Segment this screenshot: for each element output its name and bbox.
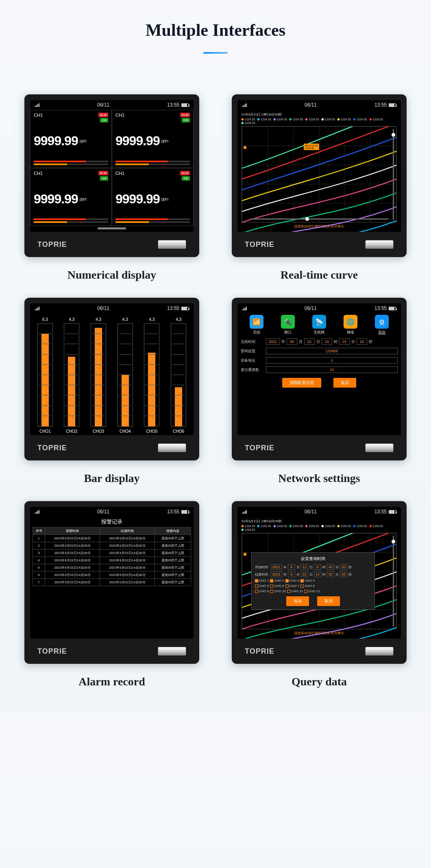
channel-checkbox[interactable]: CHO 3: [285, 579, 299, 582]
time-field[interactable]: 2021: [271, 564, 282, 570]
month-field[interactable]: 06: [287, 338, 297, 345]
time-field[interactable]: 9: [314, 564, 321, 570]
back-button[interactable]: 返回: [333, 378, 356, 388]
signal-icon: [35, 103, 39, 107]
password-field[interactable]: 123456: [266, 348, 398, 354]
channel-checkbox[interactable]: CHO 5: [255, 584, 269, 588]
addr-field[interactable]: 1: [266, 357, 398, 364]
horizontal-slider[interactable]: [250, 218, 388, 220]
bar-value: 6.3: [42, 317, 48, 322]
channel-checkbox[interactable]: CHO 7: [285, 584, 299, 588]
settings-tab[interactable]: 🔌 网口: [281, 315, 295, 335]
end-label: 结束时间: [255, 572, 270, 577]
channel-checkbox[interactable]: CHO 6: [270, 584, 284, 588]
min-field[interactable]: 15: [339, 338, 350, 345]
table-row[interactable]: 32021年6月22日14点30分2021年6月22日14点30分通道05高于上…: [33, 550, 191, 557]
time-field[interactable]: 14: [314, 571, 321, 577]
time-field[interactable]: 40: [327, 564, 334, 570]
hour-field[interactable]: 15: [322, 338, 332, 345]
bar-channel[interactable]: 4.3 CHO5: [141, 317, 162, 434]
legend-item: 1234.55: [322, 525, 335, 528]
battery-icon: [389, 307, 396, 310]
legend-item: 1234.55: [370, 118, 383, 121]
cancel-button[interactable]: 取消: [317, 596, 340, 606]
channel-cell[interactable]: CH1 ALMOK 9999.99ppm: [30, 110, 112, 168]
channel-checkbox[interactable]: CHO 12: [304, 589, 320, 593]
caption-alarm: Alarm record: [78, 675, 145, 688]
chan-field[interactable]: 12: [266, 366, 398, 373]
curve-timestamp: 21年6月21日 19时34分55秒: [242, 519, 397, 523]
sec-field[interactable]: 15: [357, 338, 367, 345]
page-title: Multiple Interfaces: [8, 20, 423, 40]
settings-tab[interactable]: 📶 无线: [250, 315, 263, 335]
time-field[interactable]: 2021: [271, 571, 282, 577]
vertical-slider[interactable]: [393, 536, 394, 626]
channel-name: CH1: [34, 113, 43, 122]
channel-cell[interactable]: CH1 ALMOK 9999.99ppm: [30, 168, 112, 226]
bar-channel[interactable]: 4.3 CHO2: [61, 317, 82, 434]
curve-tag: 06-14 11:251215.68: [304, 144, 319, 150]
day-field[interactable]: 22: [304, 338, 315, 345]
legend-item: 1234.55: [257, 118, 271, 121]
settings-tab[interactable]: ⚙ 系统: [375, 315, 389, 335]
channel-checkbox[interactable]: CHO 4: [300, 579, 314, 582]
curve-timestamp: 21年6月21日 19时34分55秒: [242, 112, 397, 117]
time-field[interactable]: 6: [288, 564, 295, 570]
tab-icon: ⚙: [375, 315, 389, 329]
channel-checkbox[interactable]: CHO 8: [300, 584, 314, 588]
table-row[interactable]: 72021年6月22日14点30分2021年6月22日14点30分通道05高于上…: [33, 579, 191, 586]
tab-icon: 🌐: [344, 315, 357, 329]
time-field[interactable]: 6: [288, 571, 295, 577]
tab-icon: 📶: [250, 315, 263, 329]
channel-checkbox[interactable]: CHO 10: [270, 589, 286, 593]
table-row[interactable]: 22021年6月22日14点30分2021年6月22日14点30分通道05高于上…: [33, 542, 191, 550]
time-field[interactable]: 12: [301, 564, 308, 570]
save-button[interactable]: 保存: [286, 596, 309, 606]
channel-checkbox[interactable]: CHO 1: [255, 579, 269, 582]
status-date: 06/11: [97, 509, 109, 515]
bar-label: CHO6: [173, 429, 184, 434]
channel-checkbox[interactable]: CHO 2: [270, 579, 284, 582]
channel-cell[interactable]: CH1 ALMOK 9999.99ppm: [112, 168, 194, 226]
table-row[interactable]: 42021年6月22日14点30分2021年6月22日14点30分通道05高于上…: [33, 557, 191, 564]
time-field[interactable]: 20: [340, 564, 347, 570]
time-field[interactable]: 26: [340, 571, 347, 577]
time-field[interactable]: 30: [327, 571, 334, 577]
bar-channel[interactable]: 4.3 CHO3: [88, 317, 109, 434]
legend-item: 1234.55: [305, 118, 319, 121]
signal-icon: [242, 103, 247, 107]
legend-item: 1234.55: [353, 525, 367, 528]
signal-icon: [242, 510, 247, 514]
alm-badge: ALM: [180, 171, 190, 175]
home-indicator: [98, 227, 126, 229]
table-row[interactable]: 62021年6月22日14点30分2021年6月22日14点30分通道05高于上…: [33, 571, 191, 579]
table-row[interactable]: 12021年6月22日14点30分2021年6月22日14点30分通道05高于上…: [33, 535, 191, 542]
battery-icon: [181, 307, 189, 310]
channel-checkbox[interactable]: CHO 9: [255, 589, 269, 593]
year-field[interactable]: 2021: [266, 338, 280, 345]
curve-chart[interactable]: 边线有自动生成时间刻度 06-14 11:251215.68: [242, 126, 397, 222]
legend-item: 1234.55: [274, 525, 287, 528]
alm-badge: ALM: [98, 113, 108, 117]
title-divider: [203, 52, 228, 54]
usb-port: [365, 443, 394, 452]
device-numerical: 06/11 13:55 CH1 ALMOK 9999.99ppm CH1 ALM…: [24, 94, 199, 257]
table-row[interactable]: 52021年6月22日14点30分2021年6月22日14点30分通道05高于上…: [33, 564, 191, 571]
bar-channel[interactable]: 6.3 CHO1: [35, 317, 55, 434]
settings-tab[interactable]: 🌐 网络: [344, 315, 357, 335]
channel-name: CH1: [34, 171, 43, 181]
settings-tab[interactable]: 📡 无线网: [312, 315, 326, 335]
query-chart[interactable]: 边线有自动生成时间刻度 设置查询时间 开始时间2021年6月12日9时40分20…: [242, 533, 397, 629]
bar-channel[interactable]: 4.3 CHO4: [115, 317, 135, 434]
time-field[interactable]: 22: [301, 571, 308, 577]
channel-checkbox[interactable]: CHO 11: [287, 589, 303, 593]
alarm-title: 报警记录: [33, 518, 191, 526]
clear-config-button[interactable]: 清除配置信息: [282, 378, 321, 388]
device-bar: 06/11 13:55 6.3 CHO1 4.3 CHO2 4.3 CHO3 4…: [24, 298, 199, 460]
alm-badge: ALM: [98, 171, 108, 175]
vertical-slider[interactable]: [393, 129, 394, 220]
channel-name: CH1: [115, 113, 124, 122]
channel-cell[interactable]: CH1 ALMOK 9999.99ppm: [112, 110, 194, 168]
legend-item: 1234.55: [242, 528, 255, 531]
bar-channel[interactable]: 4.3 CHO6: [168, 317, 189, 434]
